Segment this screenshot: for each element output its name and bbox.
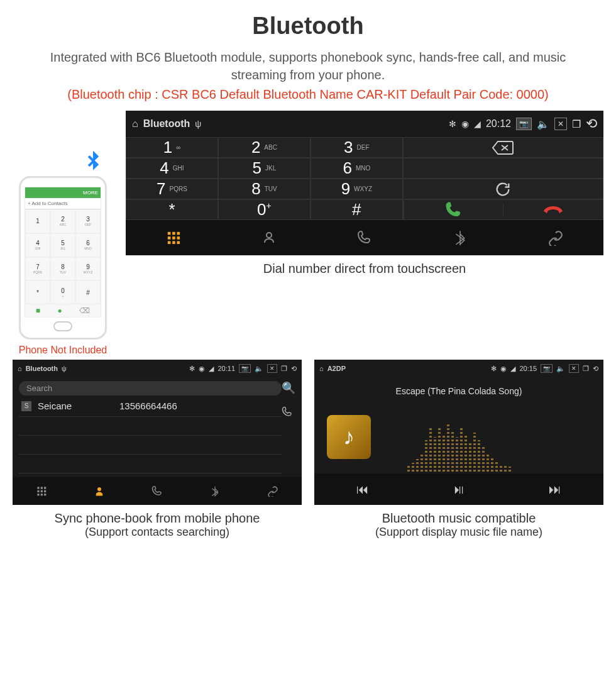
close-icon[interactable]: ✕ [554, 118, 567, 130]
screenshot-icon[interactable]: 📷 [516, 118, 532, 130]
key-#[interactable]: # [311, 199, 403, 220]
key-3[interactable]: 3DEF [311, 137, 403, 158]
phone-backspace-icon: ⌫ [79, 306, 90, 315]
contact-number: 13566664466 [119, 401, 177, 411]
music-controls: ⏮ ⏯ ⏭ [314, 473, 603, 505]
svg-rect-9 [37, 487, 39, 489]
phone-device: MORE + Add to Contacts 12ABC3DEF4GHI5JKL… [19, 176, 107, 340]
search-input[interactable]: Search [19, 381, 282, 396]
contact-row-empty [19, 455, 282, 473]
phone-key-1: 1 [25, 209, 50, 233]
key-9[interactable]: 9WXYZ [311, 179, 403, 199]
screenshot-icon[interactable]: 📷 [239, 364, 251, 373]
refresh-button[interactable] [403, 179, 603, 199]
clock: 20:12 [486, 118, 511, 130]
phone-key-6: 6MNO [75, 233, 101, 257]
key-8[interactable]: 8TUV [218, 179, 311, 199]
screenshot-icon[interactable]: 📷 [541, 364, 553, 373]
svg-rect-10 [41, 487, 43, 489]
tab-link[interactable] [244, 477, 302, 505]
close-icon[interactable]: ✕ [267, 364, 277, 373]
subtitle: Integrated with BC6 Bluetooth module, su… [25, 48, 591, 84]
contacts-caption: Sync phone-book from mobile phone (Suppo… [13, 511, 302, 539]
tab-keypad[interactable] [126, 220, 221, 255]
svg-rect-4 [172, 236, 175, 240]
hangup-button[interactable] [503, 204, 603, 216]
svg-rect-3 [168, 236, 171, 240]
back-icon[interactable]: ⟲ [291, 365, 297, 373]
home-icon[interactable]: ⌂ [132, 118, 138, 130]
svg-rect-2 [177, 232, 180, 235]
backspace-button[interactable] [403, 137, 603, 158]
svg-rect-0 [168, 232, 171, 235]
tab-bluetooth[interactable] [412, 220, 508, 255]
phone-key-5: 5JKL [50, 233, 75, 257]
tab-link[interactable] [508, 220, 603, 255]
phone-home-button [53, 321, 72, 331]
dialer-statusbar: ⌂ Bluetooth ψ ✻ ◉ ◢ 20:12 📷 🔈 ✕ ❐ ⟲ [126, 111, 603, 137]
prev-button[interactable]: ⏮ [314, 473, 410, 505]
status-title: Bluetooth [26, 365, 58, 372]
key-5[interactable]: 5JKL [218, 158, 311, 179]
back-icon[interactable]: ⟲ [593, 365, 598, 373]
home-icon[interactable]: ⌂ [319, 365, 324, 372]
recent-apps-icon[interactable]: ❐ [572, 118, 581, 130]
usb-icon: ψ [62, 365, 67, 372]
home-icon[interactable]: ⌂ [18, 365, 22, 372]
tab-history[interactable] [317, 220, 412, 255]
phone-key-2: 2ABC [50, 209, 75, 233]
tab-contacts[interactable] [221, 220, 317, 255]
status-title: Bluetooth [143, 118, 190, 130]
usb-icon: ψ [195, 119, 201, 129]
svg-rect-5 [177, 236, 180, 240]
wifi-icon: ◢ [474, 119, 481, 129]
call-icon[interactable] [282, 406, 295, 418]
tab-contacts[interactable] [70, 477, 128, 505]
music-caption: Bluetooth music compatible (Support disp… [314, 511, 603, 539]
key-7[interactable]: 7PQRS [126, 179, 218, 199]
dialer-screen: ⌂ Bluetooth ψ ✻ ◉ ◢ 20:12 📷 🔈 ✕ ❐ ⟲ 1∞2A… [126, 111, 603, 255]
call-button[interactable] [404, 201, 503, 219]
volume-icon[interactable]: 🔈 [255, 365, 263, 373]
contact-row[interactable]: S Seicane 13566664466 [19, 396, 282, 417]
refresh-icon[interactable] [282, 429, 295, 440]
key-*[interactable]: * [126, 199, 218, 220]
recent-apps-icon[interactable]: ❐ [281, 365, 287, 373]
phone-key-8: 8TUV [50, 257, 75, 281]
album-art-icon: ♪ [327, 415, 371, 459]
visualizer [407, 421, 511, 472]
phone-video-icon: ■ [36, 306, 40, 315]
back-icon[interactable]: ⟲ [586, 116, 597, 132]
tab-bluetooth[interactable] [186, 477, 244, 505]
volume-icon[interactable]: 🔈 [537, 118, 549, 130]
bluetooth-icon: ✻ [491, 365, 497, 373]
phone-key-7: 7PQRS [25, 257, 50, 281]
track-title: Escape (The Pina Colada Song) [396, 386, 522, 396]
location-icon: ◉ [461, 119, 469, 129]
wifi-icon: ◢ [209, 365, 214, 373]
keypad: 1∞2ABC3DEF4GHI5JKL6MNO7PQRS8TUV9WXYZ*0+# [126, 137, 403, 220]
volume-icon[interactable]: 🔈 [556, 365, 565, 373]
recent-apps-icon[interactable]: ❐ [583, 365, 589, 373]
tab-keypad[interactable] [13, 477, 70, 505]
next-button[interactable]: ⏭ [507, 473, 603, 505]
key-1[interactable]: 1∞ [126, 137, 218, 158]
key-4[interactable]: 4GHI [126, 158, 218, 179]
key-6[interactable]: 6MNO [311, 158, 403, 179]
tab-history[interactable] [128, 477, 186, 505]
svg-rect-14 [44, 490, 46, 492]
playpause-button[interactable]: ⏯ [410, 473, 507, 505]
key-2[interactable]: 2ABC [218, 137, 311, 158]
contact-row-empty [19, 417, 282, 436]
key-0[interactable]: 0+ [218, 199, 311, 220]
close-icon[interactable]: ✕ [569, 364, 579, 373]
svg-rect-15 [37, 494, 39, 495]
music-screen: ⌂ A2DP ✻ ◉ ◢ 20:15 📷 🔈 ✕ ❐ ⟲ Escape (The… [314, 360, 603, 505]
phone-call-icon: ● [58, 306, 62, 315]
clock: 20:15 [519, 365, 537, 372]
contacts-screen: ⌂ Bluetooth ψ ✻ ◉ ◢ 20:11 📷 🔈 ✕ ❐ ⟲ Sear [13, 360, 302, 505]
dialer-tabs [126, 220, 603, 255]
status-title: A2DP [327, 365, 346, 372]
bluetooth-signal-icon [79, 148, 107, 176]
search-icon[interactable]: 🔍 [282, 381, 295, 395]
